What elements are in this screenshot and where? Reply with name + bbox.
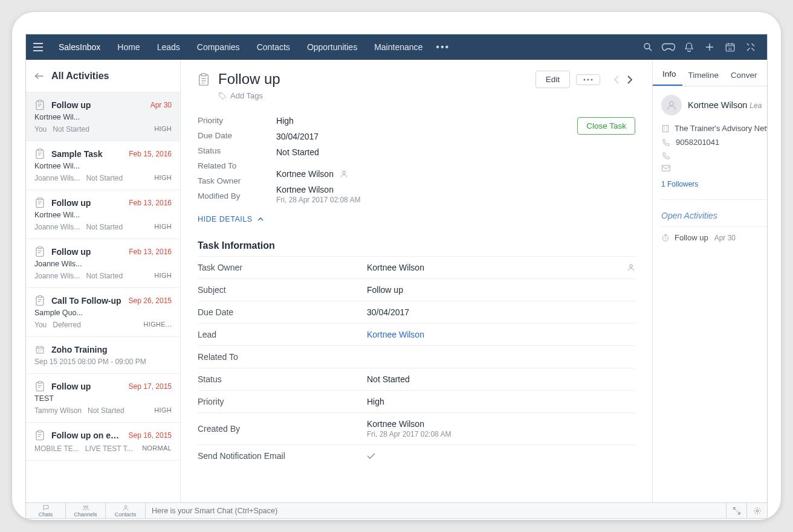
nav-opportunities[interactable]: Opportunities: [299, 34, 366, 60]
svg-rect-8: [38, 198, 42, 200]
contact-role: Lea: [749, 101, 762, 110]
activity-item[interactable]: Call To Follow-upSep 26, 2015Sample Quo.…: [26, 288, 180, 337]
nav-home[interactable]: Home: [109, 34, 148, 60]
activity-item[interactable]: Follow up on emailSep 16, 2015MOBILE TE.…: [26, 423, 180, 461]
hide-details-toggle[interactable]: HIDE DETAILS: [198, 215, 635, 223]
activity-subtitle: Kortnee Wil...: [34, 211, 172, 219]
contact-phone[interactable]: 9058201041: [661, 138, 767, 147]
activity-item[interactable]: Follow upFeb 13, 2016Kortnee Wil...Joann…: [26, 190, 180, 239]
add-tags-button[interactable]: Add Tags: [218, 91, 280, 100]
footer-tab-channels[interactable]: Channels: [66, 503, 106, 518]
contact-email[interactable]: [661, 165, 767, 171]
activity-event-time: Sep 15 2015 08:00 PM - 09:00 PM: [34, 357, 172, 366]
contact-company: The Trainer's Advisory Netw: [661, 124, 767, 133]
back-arrow-icon[interactable]: [33, 70, 45, 82]
smart-chat-input[interactable]: [146, 503, 726, 518]
activity-priority: HIGH: [154, 272, 172, 280]
open-activity-item[interactable]: Follow up Apr 30: [661, 226, 767, 242]
tab-conversations[interactable]: Conver: [725, 65, 763, 86]
label-status: Status: [198, 146, 276, 155]
task-icon: [198, 73, 210, 86]
activity-subtitle: Kortnee Wil...: [34, 113, 172, 121]
person-icon: [627, 263, 635, 272]
activity-owner: Joanne Wils...: [34, 223, 80, 231]
top-navbar: SalesInbox Home Leads Companies Contacts…: [26, 34, 767, 60]
ti-value-duedate[interactable]: 30/04/2017: [367, 307, 635, 317]
ti-value-taskowner[interactable]: Kortnee Wilson: [367, 263, 635, 272]
activity-item[interactable]: Follow upFeb 13, 2016Joanne Wils...Joann…: [26, 239, 180, 288]
gamepad-icon[interactable]: [658, 37, 679, 57]
ti-value-subject[interactable]: Follow up: [367, 285, 635, 295]
activity-item[interactable]: Zoho TrainingSep 15 2015 08:00 PM - 09:0…: [26, 337, 180, 374]
followers-link[interactable]: 1 Followers: [661, 180, 767, 188]
svg-point-22: [587, 79, 589, 80]
value-status: Not Started: [276, 147, 635, 157]
ti-value-status[interactable]: Not Started: [367, 374, 635, 384]
related-info-sidebar: Info Timeline Conver Kortnee WilsonLea: [652, 60, 767, 502]
tools-icon[interactable]: [740, 37, 761, 57]
svg-rect-5: [36, 150, 44, 158]
tag-icon: [218, 92, 227, 100]
svg-rect-14: [36, 382, 44, 391]
activity-item[interactable]: Follow upSep 17, 2015TESTTammy WilsonNot…: [26, 374, 180, 423]
svg-rect-18: [199, 75, 209, 85]
edit-button[interactable]: Edit: [536, 71, 570, 88]
activity-priority: HIGH: [154, 174, 172, 182]
hamburger-icon[interactable]: [32, 41, 44, 53]
tab-timeline[interactable]: Timeline: [682, 65, 725, 86]
contact-phone2[interactable]: [661, 152, 767, 160]
activity-status: LIVE TEST T...: [85, 444, 133, 453]
chat-footer: Chats Channels Contacts: [26, 502, 767, 518]
nav-brand[interactable]: SalesInbox: [50, 34, 109, 60]
nav-companies[interactable]: Companies: [189, 34, 248, 60]
gear-icon[interactable]: [746, 503, 767, 518]
more-actions-button[interactable]: [576, 74, 600, 85]
footer-tab-contacts[interactable]: Contacts: [106, 503, 146, 518]
calendar-icon[interactable]: 31: [720, 37, 740, 57]
search-icon[interactable]: [638, 37, 658, 57]
contact-name[interactable]: Kortnee Wilson: [688, 100, 747, 110]
nav-contacts[interactable]: Contacts: [248, 34, 299, 60]
footer-tab-chats[interactable]: Chats: [26, 503, 66, 518]
svg-rect-3: [36, 101, 44, 109]
task-icon: [34, 295, 45, 306]
activity-list[interactable]: Follow upApr 30Kortnee Wil...YouNot Star…: [26, 92, 180, 502]
activity-status: Not Started: [86, 272, 123, 280]
next-record-icon[interactable]: [624, 72, 635, 87]
prev-record-icon[interactable]: [611, 72, 622, 87]
nav-more-icon[interactable]: •••: [431, 42, 455, 53]
activity-priority: HIGH: [154, 223, 172, 231]
activity-item[interactable]: Sample TaskFeb 15, 2016Kortnee Wil...Joa…: [26, 141, 180, 190]
svg-rect-7: [36, 199, 44, 207]
bell-icon[interactable]: [679, 37, 699, 57]
ti-value-createdby: Kortnee Wilson Fri, 28 Apr 2017 02:08 AM: [367, 419, 635, 438]
ti-label-relatedto: Related To: [198, 352, 367, 362]
tab-info[interactable]: Info: [653, 63, 682, 86]
ti-label-priority: Priority: [198, 397, 367, 406]
svg-point-26: [670, 101, 674, 106]
avatar: [661, 95, 682, 115]
activity-title: Follow up: [51, 382, 125, 391]
sidebar-title: All Activities: [51, 71, 109, 82]
svg-point-30: [83, 505, 85, 507]
activity-priority: HIGH: [154, 406, 172, 415]
svg-point-20: [221, 94, 221, 94]
activity-owner: You: [34, 321, 47, 329]
nav-leads[interactable]: Leads: [149, 34, 189, 60]
close-task-button[interactable]: Close Task: [577, 117, 635, 135]
activity-title: Follow up: [51, 247, 125, 257]
label-relatedto: Related To: [198, 161, 276, 170]
nav-maintenance[interactable]: Maintenance: [366, 34, 431, 60]
label-modifiedby: Modified By: [198, 191, 276, 200]
sidebar-header: All Activities: [26, 60, 180, 92]
activity-owner: You: [34, 125, 47, 133]
value-modifiedby: Kortnee Wilson Fri, 28 Apr 2017 02:08 AM: [276, 185, 635, 204]
ti-value-priority[interactable]: High: [367, 397, 635, 406]
activity-item[interactable]: Follow upApr 30Kortnee Wil...YouNot Star…: [26, 92, 180, 141]
ti-value-lead[interactable]: Kortnee Wilson: [367, 330, 635, 339]
plus-icon[interactable]: [699, 37, 720, 57]
svg-rect-4: [38, 100, 42, 102]
ti-value-sendnotif[interactable]: [367, 453, 635, 459]
popout-icon[interactable]: [726, 503, 746, 518]
svg-point-21: [584, 79, 586, 80]
